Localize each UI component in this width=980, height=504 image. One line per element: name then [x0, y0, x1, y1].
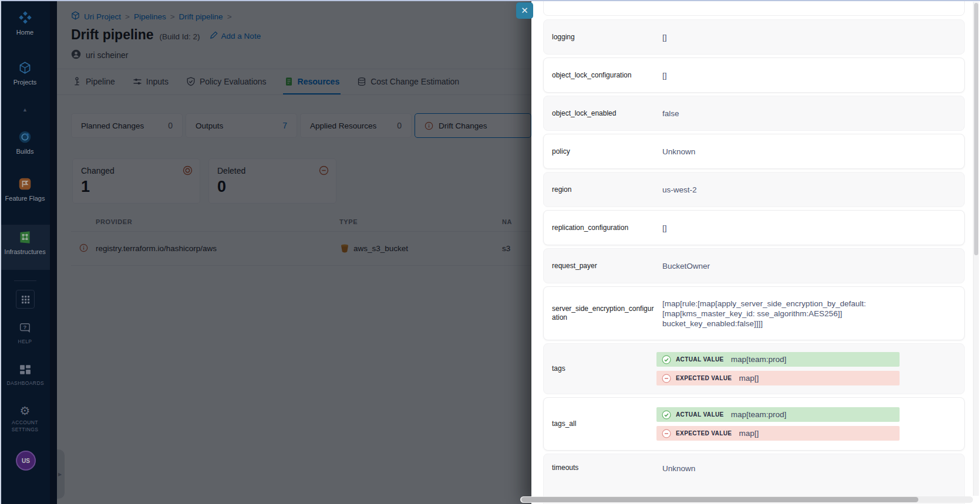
- drawer-row-tags: tags ACTUAL VALUE map[team:prod] EXPECTE…: [543, 343, 965, 394]
- window-left-edge: [0, 0, 1, 504]
- modal-overlay: [0, 0, 57, 504]
- window-top-edge: [0, 0, 980, 1]
- expected-value-badge: EXPECTED VALUE map[]: [656, 371, 900, 385]
- attribute-key: tags: [552, 364, 658, 373]
- drawer-row-server_side_encryption_configuration: server_side_encryption_configuration[map…: [543, 286, 965, 340]
- attribute-key: tags_all: [552, 420, 658, 428]
- attribute-key: object_lock_configuration: [552, 71, 658, 80]
- expected-value-badge: EXPECTED VALUE map[]: [656, 426, 900, 441]
- attribute-value: false: [662, 109, 679, 119]
- attribute-value: Unknown: [662, 147, 695, 157]
- attribute-key: request_payer: [552, 262, 658, 270]
- drawer-row-object_lock_configuration: object_lock_configuration[]: [543, 57, 965, 93]
- horizontal-scrollbar-thumb[interactable]: [521, 497, 918, 502]
- drawer-row-tags_all: tags_all ACTUAL VALUE map[team:prod] EXP…: [543, 397, 965, 451]
- attribute-value: Unknown: [662, 464, 695, 473]
- drift-details-drawer: logging[] object_lock_configuration[] ob…: [531, 0, 980, 504]
- attribute-value: BucketOwner: [662, 261, 710, 271]
- vertical-scrollbar[interactable]: [973, 2, 979, 496]
- drawer-row-object_lock_enabled: object_lock_enabledfalse: [543, 96, 965, 131]
- attribute-key: object_lock_enabled: [552, 109, 658, 118]
- attribute-value: []: [662, 70, 667, 80]
- check-circle-icon: [662, 355, 671, 364]
- minus-circle-red-icon: [662, 429, 671, 438]
- drawer-row-logging: logging[]: [543, 19, 965, 55]
- attribute-key: region: [552, 185, 658, 194]
- drawer-row-request_payer: request_payerBucketOwner: [543, 248, 965, 283]
- check-circle-icon: [662, 410, 671, 420]
- horizontal-scrollbar[interactable]: [520, 496, 973, 503]
- drawer-row-region: regionus-west-2: [543, 172, 965, 207]
- drawer-row-policy: policyUnknown: [543, 134, 965, 169]
- modal-overlay[interactable]: [57, 0, 531, 504]
- actual-value-badge: ACTUAL VALUE map[team:prod]: [656, 407, 900, 422]
- attribute-key: replication_configuration: [552, 224, 658, 232]
- actual-value-badge: ACTUAL VALUE map[team:prod]: [656, 352, 900, 367]
- attribute-value: []: [662, 223, 667, 233]
- attribute-value: []: [662, 32, 667, 42]
- attribute-value: us-west-2: [662, 185, 697, 195]
- attribute-key: timeouts: [552, 464, 658, 472]
- attribute-key: policy: [552, 147, 658, 156]
- drawer-rows: logging[] object_lock_configuration[] ob…: [543, 19, 965, 504]
- minus-circle-red-icon: [662, 374, 671, 383]
- drawer-row-partial: [543, 0, 965, 16]
- attribute-key: server_side_encryption_configuration: [552, 305, 658, 322]
- vertical-scrollbar-thumb[interactable]: [974, 3, 978, 255]
- drawer-row-replication_configuration: replication_configuration[]: [543, 210, 965, 245]
- attribute-value: [map[rule:[map[apply_server_side_encrypt…: [662, 299, 888, 329]
- attribute-key: logging: [552, 33, 658, 42]
- close-drawer-button[interactable]: ✕: [516, 2, 533, 19]
